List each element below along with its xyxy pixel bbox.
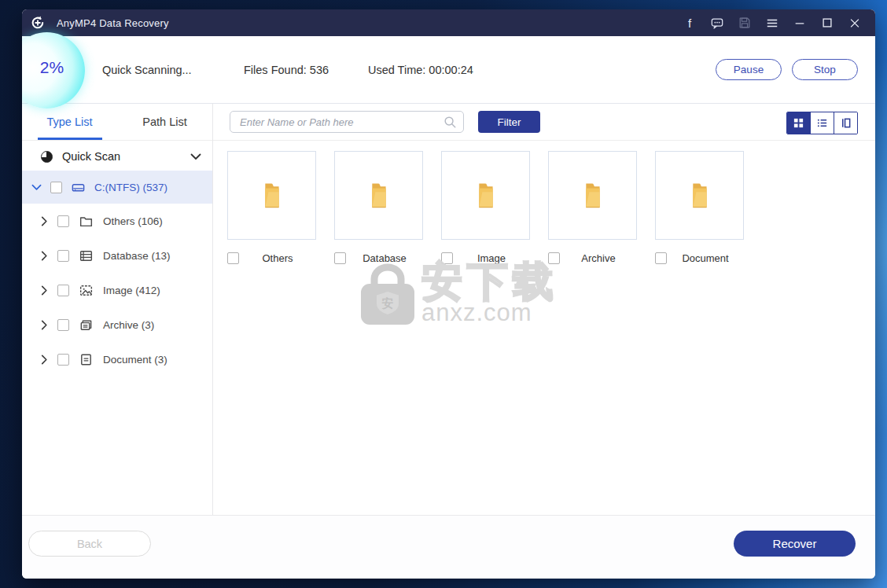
lock-icon: 安 <box>357 260 418 328</box>
folder-checkbox-document[interactable] <box>655 252 667 264</box>
database-checkbox[interactable] <box>57 250 69 262</box>
folder-icon <box>259 180 285 211</box>
maximize-button[interactable] <box>821 17 834 29</box>
scan-status-text: Quick Scanning... <box>102 64 192 76</box>
chevron-right-icon[interactable] <box>41 320 48 330</box>
type-tree: Others (106) Database (13) <box>22 204 212 515</box>
files-found-text: Files Found: 536 <box>244 64 329 76</box>
main-pane: Filter <box>213 104 875 515</box>
back-button[interactable]: Back <box>28 531 151 557</box>
folder-icon <box>580 180 605 211</box>
facebook-icon[interactable]: f <box>683 17 696 29</box>
folder-icon <box>686 180 712 211</box>
main-body: Type List Path List Quick Scan <box>22 104 875 515</box>
tree-node-label: Database (13) <box>103 250 171 262</box>
folder-item-image: Image <box>441 151 530 264</box>
footer-bar: Back Recover <box>22 515 875 579</box>
archive-checkbox[interactable] <box>57 319 69 331</box>
app-logo-icon <box>30 15 46 31</box>
database-icon <box>79 248 94 263</box>
view-toggle <box>786 112 858 134</box>
folder-grid: Others <box>227 151 744 264</box>
filter-button[interactable]: Filter <box>478 111 540 133</box>
document-icon <box>79 352 94 367</box>
tab-path-list[interactable]: Path List <box>117 104 212 140</box>
others-checkbox[interactable] <box>57 215 69 227</box>
tree-node-label: Archive (3) <box>103 319 154 331</box>
image-icon <box>79 283 94 298</box>
folder-label: Archive <box>560 252 637 264</box>
titlebar-buttons: f <box>683 17 861 29</box>
sidebar-tabs: Type List Path List <box>22 104 212 141</box>
folder-label: Others <box>239 252 316 264</box>
folder-item-others: Others <box>227 151 316 264</box>
stop-button[interactable]: Stop <box>792 59 858 80</box>
folder-icon <box>79 214 94 229</box>
chevron-down-icon[interactable] <box>31 184 42 191</box>
save-session-icon[interactable] <box>738 17 751 29</box>
folder-label: Image <box>453 252 530 264</box>
app-window: AnyMP4 Data Recovery f <box>22 9 875 579</box>
image-checkbox[interactable] <box>57 285 69 296</box>
chevron-right-icon[interactable] <box>41 355 48 365</box>
folder-checkbox-image[interactable] <box>441 252 453 264</box>
drive-c-label: C:(NTFS) (537) <box>94 182 167 193</box>
folder-card[interactable] <box>334 151 423 240</box>
grid-view-button[interactable] <box>787 112 810 134</box>
folder-card[interactable] <box>655 151 744 240</box>
scan-progress-bar: 2% Quick Scanning... Files Found: 536 Us… <box>22 36 875 104</box>
tree-node-image[interactable]: Image (412) <box>22 273 212 307</box>
scan-mode-dropdown[interactable]: Quick Scan <box>22 142 212 171</box>
folder-label: Database <box>346 252 423 264</box>
folder-checkbox-database[interactable] <box>334 252 346 264</box>
tree-node-label: Others (106) <box>103 215 163 227</box>
results-area: Others <box>213 141 875 515</box>
used-time-text: Used Time: 00:00:24 <box>368 64 473 76</box>
folder-label: Document <box>667 252 744 264</box>
tree-node-label: Document (3) <box>103 354 167 366</box>
feedback-icon[interactable] <box>711 17 723 29</box>
pie-scan-icon <box>41 151 53 163</box>
chevron-down-icon <box>190 153 201 160</box>
menu-icon[interactable] <box>766 17 778 29</box>
tree-node-document[interactable]: Document (3) <box>22 342 212 377</box>
search-input[interactable] <box>230 111 464 133</box>
hard-drive-icon <box>71 180 86 195</box>
pause-button[interactable]: Pause <box>716 59 782 80</box>
minimize-button[interactable] <box>793 17 806 29</box>
folder-card[interactable] <box>548 151 637 240</box>
tree-node-archive[interactable]: Archive (3) <box>22 307 212 342</box>
folder-checkbox-archive[interactable] <box>548 252 560 264</box>
sidebar: Type List Path List Quick Scan <box>22 104 213 515</box>
tab-type-list[interactable]: Type List <box>22 104 117 140</box>
desktop-background: AnyMP4 Data Recovery f <box>0 0 887 588</box>
tree-node-others[interactable]: Others (106) <box>22 204 212 238</box>
svg-text:安: 安 <box>382 296 394 310</box>
tree-node-drive-c[interactable]: C:(NTFS) (537) <box>22 171 212 204</box>
scan-progress-percent: 2% <box>22 58 82 77</box>
scan-mode-label: Quick Scan <box>62 150 181 163</box>
watermark: 安 安下载 anxz.com <box>357 260 558 328</box>
list-view-button[interactable] <box>810 112 834 134</box>
window-title: AnyMP4 Data Recovery <box>57 17 169 29</box>
close-button[interactable] <box>848 17 861 29</box>
chevron-right-icon[interactable] <box>41 216 48 226</box>
watermark-text: 安下载 anxz.com <box>421 260 558 327</box>
drive-c-checkbox[interactable] <box>50 182 62 193</box>
document-checkbox[interactable] <box>57 354 69 366</box>
search-icon <box>444 116 457 129</box>
watermark-cn-text: 安下载 <box>421 260 558 303</box>
chevron-right-icon[interactable] <box>41 285 48 296</box>
folder-card[interactable] <box>227 151 316 240</box>
toolbar: Filter <box>213 104 875 141</box>
tree-node-database[interactable]: Database (13) <box>22 238 212 273</box>
title-bar: AnyMP4 Data Recovery f <box>22 9 875 36</box>
folder-checkbox-others[interactable] <box>227 252 239 264</box>
folder-card[interactable] <box>441 151 530 240</box>
recover-button[interactable]: Recover <box>734 531 856 557</box>
folder-item-database: Database <box>334 151 423 264</box>
chevron-right-icon[interactable] <box>41 251 48 261</box>
column-view-button[interactable] <box>834 112 857 134</box>
folder-icon <box>366 180 392 211</box>
watermark-site-text: anxz.com <box>421 299 558 327</box>
